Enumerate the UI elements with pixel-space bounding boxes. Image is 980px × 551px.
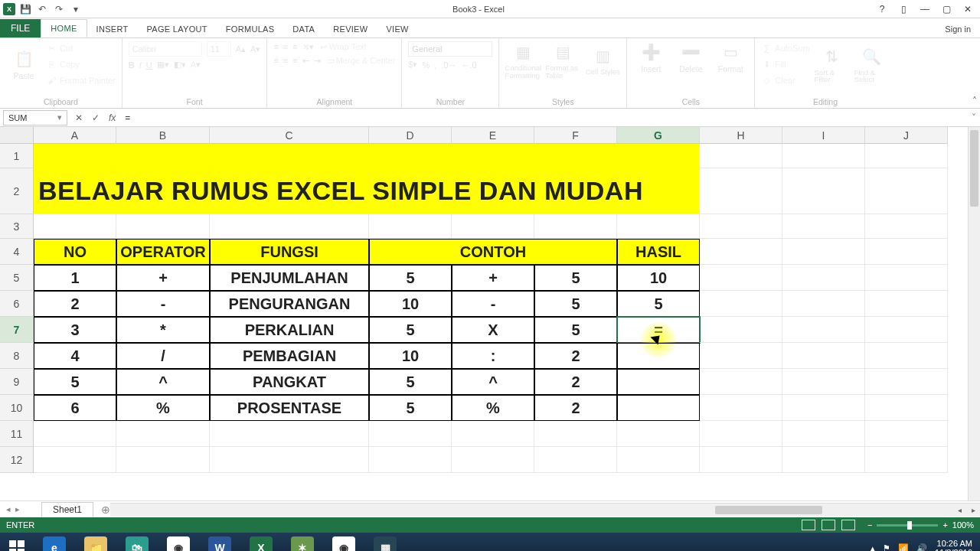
align-middle-icon[interactable]: ≡ [283, 42, 288, 51]
row-header-5[interactable]: 5 [0, 265, 34, 291]
zoom-control[interactable]: − + 100% [861, 520, 980, 530]
cell-G7[interactable]: = [617, 317, 700, 343]
cell-C6[interactable]: PENGURANGAN [210, 291, 369, 317]
zoom-in-icon[interactable]: + [942, 520, 947, 530]
tab-formulas[interactable]: FORMULAS [217, 21, 284, 37]
cell-F1[interactable] [534, 144, 617, 168]
col-header-H[interactable]: H [700, 127, 782, 144]
sheet-nav-next-icon[interactable]: ▸ [15, 504, 20, 514]
cell-F8[interactable]: 2 [534, 343, 617, 369]
cell-A11[interactable] [34, 421, 116, 447]
cell-H5[interactable] [700, 265, 782, 291]
row-header-8[interactable]: 8 [0, 343, 34, 369]
horizontal-scrollbar[interactable]: ◂ ▸ [110, 503, 980, 517]
cell-C4[interactable]: FUNGSI [210, 239, 369, 265]
col-header-C[interactable]: C [210, 127, 369, 144]
cell-D5[interactable]: 5 [369, 265, 452, 291]
cell-D8[interactable]: 10 [369, 343, 452, 369]
cell-E11[interactable] [452, 421, 534, 447]
col-header-E[interactable]: E [452, 127, 534, 144]
cell-E3[interactable] [452, 214, 534, 239]
number-format-combo[interactable]: General [408, 41, 492, 57]
cell-E5[interactable]: + [452, 265, 534, 291]
cell-J12[interactable] [865, 447, 948, 473]
cell-F10[interactable]: 2 [534, 395, 617, 421]
format-cells-button[interactable]: ▭Format [713, 41, 748, 73]
name-box[interactable]: SUM▾ [3, 110, 67, 126]
minimize-button[interactable]: — [917, 3, 933, 15]
italic-button[interactable]: I [139, 60, 142, 70]
taskbar-app-word[interactable]: W [199, 533, 240, 551]
cell-J3[interactable] [865, 214, 948, 239]
cell-A10[interactable]: 6 [34, 395, 116, 421]
cell-styles-button[interactable]: ▥Cell Styles [585, 41, 620, 79]
page-layout-view-icon[interactable] [822, 520, 835, 530]
cell-J10[interactable] [865, 395, 948, 421]
row-header-1[interactable]: 1 [0, 144, 34, 168]
cell-A3[interactable] [34, 214, 116, 239]
cell-B9[interactable]: ^ [116, 369, 210, 395]
taskbar-app-store[interactable]: 🛍 [116, 533, 158, 551]
cell-E9[interactable]: ^ [452, 369, 534, 395]
cell-G8[interactable] [617, 343, 700, 369]
ribbon-display-icon[interactable]: ▯ [896, 3, 911, 15]
cell-A6[interactable]: 2 [34, 291, 116, 317]
page-break-view-icon[interactable] [841, 520, 855, 530]
merge-center-button[interactable]: ▭Merge & Center [325, 55, 396, 66]
redo-icon[interactable]: ↷ [52, 2, 66, 16]
cell-H12[interactable] [700, 447, 782, 473]
tray-clock[interactable]: 10:26 AM 11/8/2016 [935, 539, 972, 551]
cell-H8[interactable] [700, 343, 782, 369]
taskbar-app-chrome2[interactable]: ◉ [323, 533, 364, 551]
row-header-6[interactable]: 6 [0, 291, 34, 317]
col-header-B[interactable]: B [116, 127, 210, 144]
cell-C7[interactable]: PERKALIAN [210, 317, 369, 343]
cell-I3[interactable] [782, 214, 865, 239]
percent-icon[interactable]: % [422, 60, 430, 70]
cell-J6[interactable] [865, 291, 948, 317]
insert-cells-button[interactable]: ➕Insert [633, 41, 668, 73]
cell-I9[interactable] [782, 369, 865, 395]
taskbar-app-chrome[interactable]: ◉ [158, 533, 199, 551]
cell-C10[interactable]: PROSENTASE [210, 395, 369, 421]
currency-icon[interactable]: $▾ [408, 60, 417, 70]
cell-J9[interactable] [865, 369, 948, 395]
cell-D12[interactable] [369, 447, 452, 473]
increase-indent-icon[interactable]: ⇥ [314, 56, 321, 66]
cell-E12[interactable] [452, 447, 534, 473]
cell-B5[interactable]: + [116, 265, 210, 291]
cancel-formula-icon[interactable]: ✕ [70, 112, 87, 123]
tab-insert[interactable]: INSERT [87, 21, 138, 37]
save-icon[interactable]: 💾 [18, 2, 32, 16]
cell-A8[interactable]: 4 [34, 343, 116, 369]
sort-filter-button[interactable]: ⇅Sort & Filter [815, 41, 850, 87]
tab-page-layout[interactable]: PAGE LAYOUT [138, 21, 217, 37]
tray-up-icon[interactable]: ▴ [871, 543, 875, 552]
clear-button[interactable]: ◇Clear [761, 73, 809, 87]
cell-F7[interactable]: 5 [534, 317, 617, 343]
cell-D6[interactable]: 10 [369, 291, 452, 317]
worksheet-grid[interactable]: ABCDEFGHIJ 123456789101112 BELAJAR RUMUS… [0, 127, 980, 500]
tab-file[interactable]: FILE [0, 19, 41, 37]
taskbar-app-excel[interactable]: X [240, 533, 282, 551]
cell-B4[interactable]: OPERATOR [116, 239, 210, 265]
col-header-G[interactable]: G [617, 127, 700, 144]
cell-G11[interactable] [617, 421, 700, 447]
tab-review[interactable]: REVIEW [324, 21, 377, 37]
title-cell[interactable]: BELAJAR RUMUS EXCEL SIMPLE DAN MUDAH [34, 168, 700, 214]
normal-view-icon[interactable] [802, 520, 815, 530]
cell-A7[interactable]: 3 [34, 317, 116, 343]
copy-button[interactable]: ⎘Copy [46, 57, 116, 71]
orientation-icon[interactable]: ⤭▾ [302, 42, 314, 52]
underline-button[interactable]: U [146, 60, 152, 70]
cell-H7[interactable] [700, 317, 782, 343]
cell-I10[interactable] [782, 395, 865, 421]
row-header-2[interactable]: 2 [0, 168, 34, 214]
wrap-text-button[interactable]: ↩Wrap Text [318, 41, 367, 52]
cell-I6[interactable] [782, 291, 865, 317]
cell-B1[interactable] [116, 144, 210, 168]
fill-color-button[interactable]: ◧▾ [174, 60, 186, 70]
row-header-12[interactable]: 12 [0, 447, 34, 473]
fill-button[interactable]: ⬇Fill [761, 57, 809, 71]
cell-G4[interactable]: HASIL [617, 239, 700, 265]
